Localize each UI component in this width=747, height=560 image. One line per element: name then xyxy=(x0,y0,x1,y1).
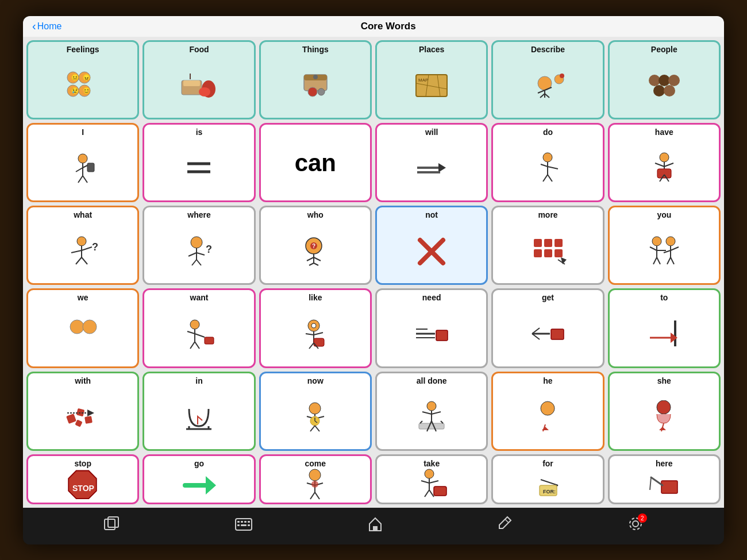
home-button[interactable]: ‹ Home xyxy=(32,20,61,33)
card-label: Food xyxy=(189,45,209,54)
svg-point-37 xyxy=(78,154,87,163)
svg-point-36 xyxy=(664,85,675,96)
svg-point-108 xyxy=(190,320,199,329)
card-need[interactable]: need xyxy=(375,288,488,368)
card-all-done[interactable]: all done xyxy=(375,372,488,451)
card-icon: can xyxy=(295,128,336,198)
svg-line-72 xyxy=(197,253,205,255)
card-do[interactable]: do xyxy=(491,123,604,202)
svg-rect-201 xyxy=(248,524,250,526)
svg-point-106 xyxy=(70,320,84,334)
card-he[interactable]: he xyxy=(491,372,604,451)
svg-point-31 xyxy=(560,74,564,78)
svg-rect-87 xyxy=(544,239,552,247)
card-icon: STOP xyxy=(64,468,102,500)
card-stop[interactable]: stop STOP xyxy=(26,454,139,504)
svg-marker-166 xyxy=(659,427,666,430)
duplicate-icon[interactable] xyxy=(103,516,120,536)
home-label: Home xyxy=(37,21,62,32)
svg-point-11 xyxy=(199,87,210,96)
card-we[interactable]: we xyxy=(26,288,139,368)
card-not[interactable]: not xyxy=(375,206,488,285)
card-icon xyxy=(529,303,567,364)
card-label: go xyxy=(194,459,204,468)
card-will[interactable]: will xyxy=(375,123,488,202)
card-food[interactable]: Food xyxy=(143,40,255,119)
chevron-left-icon: ‹ xyxy=(32,20,36,33)
status-bar: ‹ Home Core Words xyxy=(23,16,724,37)
card-where[interactable]: where ? xyxy=(143,206,255,285)
card-she[interactable]: she xyxy=(608,372,721,451)
card-want[interactable]: want xyxy=(143,288,255,368)
card-here[interactable]: here xyxy=(608,454,721,504)
svg-rect-59 xyxy=(657,169,671,178)
card-icon xyxy=(180,468,218,500)
svg-line-184 xyxy=(429,490,434,497)
svg-marker-139 xyxy=(87,410,94,416)
svg-line-114 xyxy=(195,342,199,349)
svg-point-152 xyxy=(427,401,436,411)
card-can[interactable]: can xyxy=(259,123,372,202)
svg-line-83 xyxy=(314,263,318,265)
home-icon[interactable] xyxy=(367,516,383,536)
keyboard-icon[interactable] xyxy=(235,517,252,535)
card-take[interactable]: take xyxy=(375,454,488,504)
card-more[interactable]: more xyxy=(491,206,604,285)
card-icon xyxy=(180,385,218,447)
card-icon xyxy=(179,54,219,115)
svg-point-94 xyxy=(652,237,661,246)
card-with[interactable]: with xyxy=(26,372,139,451)
svg-line-65 xyxy=(82,247,92,250)
card-is[interactable]: is xyxy=(143,123,255,202)
card-have[interactable]: have xyxy=(608,123,721,202)
card-label: People xyxy=(651,45,677,54)
card-get[interactable]: get xyxy=(491,288,604,368)
card-label: like xyxy=(309,293,322,302)
card-label: Describe xyxy=(531,45,565,54)
card-go[interactable]: go xyxy=(143,454,255,504)
card-feelings[interactable]: Feelings 😐 😠 😢 😊 xyxy=(26,40,139,119)
svg-rect-90 xyxy=(544,249,552,257)
svg-point-49 xyxy=(543,153,552,162)
card-icon xyxy=(414,137,449,198)
card-label: Feelings xyxy=(67,45,99,54)
svg-rect-43 xyxy=(87,163,94,172)
card-for[interactable]: for FOR: xyxy=(491,454,604,504)
svg-line-176 xyxy=(315,492,319,499)
svg-text:STOP: STOP xyxy=(72,484,94,493)
card-describe[interactable]: Describe xyxy=(491,40,604,119)
card-people[interactable]: People xyxy=(608,40,721,119)
svg-text:😠: 😠 xyxy=(82,73,91,82)
card-in[interactable]: in xyxy=(143,372,255,451)
card-icon xyxy=(182,137,216,198)
card-label: is xyxy=(196,128,203,137)
settings-icon[interactable]: 2 xyxy=(627,516,644,536)
card-i[interactable]: I xyxy=(26,123,139,202)
card-icon xyxy=(529,220,567,281)
svg-line-157 xyxy=(420,421,422,423)
settings-badge: 2 xyxy=(638,513,647,523)
svg-line-42 xyxy=(83,176,87,183)
card-you[interactable]: you xyxy=(608,206,721,285)
card-label: with xyxy=(75,377,91,385)
svg-rect-189 xyxy=(661,481,677,493)
card-now[interactable]: now xyxy=(259,372,372,451)
pencil-icon[interactable] xyxy=(498,516,512,536)
card-to[interactable]: to xyxy=(608,288,721,368)
card-icon xyxy=(295,54,336,115)
svg-point-178 xyxy=(425,469,434,478)
svg-line-100 xyxy=(671,247,679,250)
svg-line-175 xyxy=(310,492,315,499)
card-what[interactable]: what ? xyxy=(26,206,139,285)
svg-rect-89 xyxy=(534,249,542,257)
card-who[interactable]: who ? xyxy=(259,206,372,285)
card-label: not xyxy=(425,211,438,219)
svg-rect-127 xyxy=(551,329,564,339)
card-things[interactable]: Things xyxy=(259,40,372,119)
svg-line-27 xyxy=(545,94,549,98)
card-places[interactable]: Places MAP xyxy=(375,40,488,119)
svg-line-96 xyxy=(650,247,657,250)
card-like[interactable]: like xyxy=(259,288,372,368)
card-come[interactable]: come xyxy=(259,454,372,504)
svg-line-158 xyxy=(441,421,443,423)
